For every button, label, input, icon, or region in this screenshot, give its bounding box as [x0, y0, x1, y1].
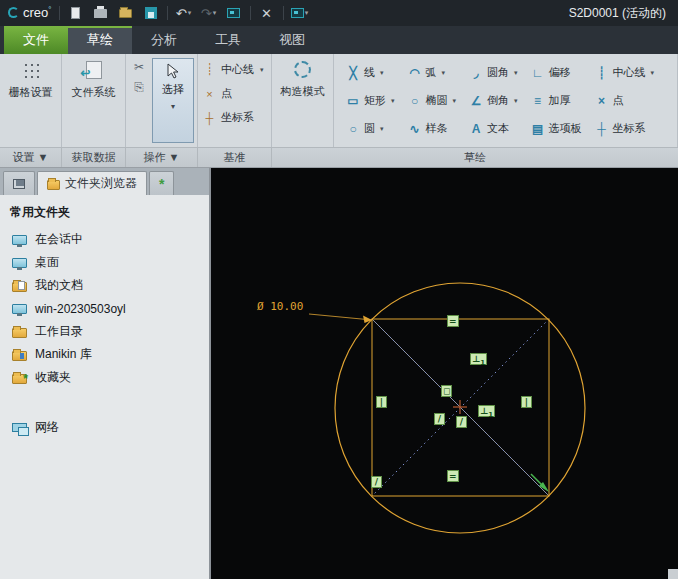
regenerate-button[interactable] — [225, 4, 243, 22]
close-icon: ✕ — [261, 6, 272, 21]
folder-item[interactable]: win-20230503oyl — [0, 297, 209, 320]
group-settings: 栅格设置 — [0, 54, 62, 147]
new-file-button[interactable] — [67, 4, 85, 22]
folder-item[interactable]: 工作目录 — [0, 320, 209, 343]
tab-analysis[interactable]: 分析 — [132, 26, 196, 54]
folder-item[interactable]: 我的文档 — [0, 274, 209, 297]
dropdown-arrow-icon[interactable]: ▾ — [260, 66, 264, 74]
tool-centerline-datum[interactable]: ┊中心线▾ — [203, 62, 266, 77]
tool-text[interactable]: A文本 — [469, 121, 518, 136]
tool-label: 文本 — [487, 121, 509, 136]
grid-settings-label: 栅格设置 — [9, 85, 53, 100]
undo-button[interactable]: ↶▾ — [175, 4, 193, 22]
tool-fillet[interactable]: ◞圆角▾ — [469, 65, 518, 80]
rectangle-icon: ▭ — [346, 94, 360, 108]
constraint-badge[interactable]: ⊥1 — [470, 353, 487, 365]
tool-point[interactable]: ×点 — [595, 93, 655, 108]
folder-item[interactable]: 桌面 — [0, 251, 209, 274]
folder-item-label: 在会话中 — [35, 231, 83, 248]
point-datum-icon: × — [203, 88, 216, 100]
folder-item[interactable]: Manikin 库 — [0, 343, 209, 366]
graphics-area[interactable]: Ø 10.00 =⊥1||◻//⊥1=/ — [213, 168, 678, 579]
tool-palette[interactable]: ▤选项板 — [531, 121, 582, 136]
tool-chamfer[interactable]: ∠倒角▾ — [469, 93, 518, 108]
copy-button[interactable]: ⎘ — [134, 80, 144, 94]
constraint-badge[interactable]: = — [447, 315, 459, 327]
tool-rectangle[interactable]: ▭矩形▾ — [346, 93, 395, 108]
constraint-badge[interactable]: / — [434, 413, 445, 425]
folder-item[interactable]: 网络 — [0, 416, 209, 439]
folder-item[interactable]: 收藏夹 — [0, 366, 209, 389]
file-system-button[interactable]: 文件系统 — [62, 54, 125, 147]
tool-arc[interactable]: ◠弧▾ — [408, 65, 457, 80]
creo-logo: creo° — [8, 5, 52, 20]
group-label-operations[interactable]: 操作 ▼ — [126, 148, 198, 167]
constraint-badge[interactable]: ◻ — [441, 385, 452, 397]
line-icon: ╳ — [346, 66, 360, 80]
dropdown-arrow-icon[interactable]: ▾ — [380, 125, 384, 133]
constraint-badge[interactable]: ⊥1 — [478, 405, 495, 417]
dropdown-arrow-icon[interactable]: ▾ — [453, 97, 457, 105]
tab-model-tree[interactable] — [3, 171, 35, 195]
dropdown-arrow-icon[interactable]: ▾ — [380, 69, 384, 77]
ribbon-groups: 栅格设置 文件系统 ✂ ⎘ — [0, 54, 678, 147]
dropdown-arrow-icon[interactable]: ▾ — [514, 97, 518, 105]
cut-button[interactable]: ✂ — [134, 60, 144, 74]
tool-ellipse[interactable]: ○椭圆▾ — [408, 93, 457, 108]
close-window-button[interactable]: ✕ — [258, 4, 276, 22]
redo-button[interactable]: ↷▾ — [200, 4, 218, 22]
library-folder-icon — [12, 351, 27, 361]
tool-spline[interactable]: ∿样条 — [408, 121, 457, 136]
constraint-badge[interactable]: = — [447, 470, 459, 482]
grid-icon — [22, 61, 40, 79]
tool-label: 圆角 — [487, 65, 509, 80]
redo-dropdown-icon[interactable]: ▾ — [213, 9, 217, 17]
window-icon — [291, 8, 304, 18]
tab-favorites[interactable]: * — [149, 171, 174, 195]
tool-label: 矩形 — [364, 93, 386, 108]
constraint-badge[interactable]: / — [371, 476, 382, 488]
tab-file[interactable]: 文件 — [4, 26, 68, 54]
print-button[interactable] — [92, 4, 110, 22]
tool-offset[interactable]: ∟偏移 — [531, 65, 582, 80]
windows-dropdown-icon[interactable]: ▾ — [305, 9, 309, 17]
construction-mode-icon — [294, 61, 311, 78]
dropdown-arrow-icon[interactable]: ▾ — [391, 97, 395, 105]
windows-button[interactable]: ▾ — [291, 4, 309, 22]
open-button[interactable] — [117, 4, 135, 22]
construction-mode-button[interactable]: 构造模式 — [272, 54, 333, 147]
constraint-badge[interactable]: / — [456, 416, 467, 428]
tool-thicken[interactable]: ≡加厚 — [531, 93, 582, 108]
group-sketch-tools: ╳线▾◠弧▾◞圆角▾∟偏移┊中心线▾▭矩形▾○椭圆▾∠倒角▾≡加厚×点○圆▾∿样… — [334, 54, 678, 147]
dropdown-arrow-icon[interactable]: ▾ — [442, 69, 446, 77]
tool-centerline[interactable]: ┊中心线▾ — [595, 65, 655, 80]
folder-icon — [47, 180, 60, 190]
thicken-icon: ≡ — [531, 94, 545, 108]
tab-view[interactable]: 视图 — [260, 26, 324, 54]
tab-tools[interactable]: 工具 — [196, 26, 260, 54]
tool-label: 坐标系 — [221, 110, 254, 125]
save-button[interactable] — [142, 4, 160, 22]
tab-folder-browser[interactable]: 文件夹浏览器 — [37, 171, 147, 195]
tool-csys[interactable]: ┼坐标系 — [595, 121, 655, 136]
tool-label: 选项板 — [549, 121, 582, 136]
group-label-settings[interactable]: 设置 ▼ — [0, 148, 62, 167]
tool-line[interactable]: ╳线▾ — [346, 65, 395, 80]
constraint-badge[interactable]: | — [376, 396, 387, 408]
dropdown-arrow-icon[interactable]: ▾ — [651, 69, 655, 77]
folder-item-label: 我的文档 — [35, 277, 83, 294]
navigator-tabs: 文件夹浏览器 * — [0, 168, 209, 195]
sketch-tools-grid: ╳线▾◠弧▾◞圆角▾∟偏移┊中心线▾▭矩形▾○椭圆▾∠倒角▾≡加厚×点○圆▾∿样… — [334, 54, 677, 142]
folder-item[interactable]: 在会话中 — [0, 228, 209, 251]
select-button[interactable]: 选择 ▾ — [152, 58, 194, 143]
titlebar-separator — [167, 6, 168, 20]
dropdown-arrow-icon[interactable]: ▾ — [514, 69, 518, 77]
tool-csys-datum[interactable]: ┼坐标系 — [203, 110, 266, 125]
select-dropdown-icon[interactable]: ▾ — [171, 102, 175, 111]
undo-dropdown-icon[interactable]: ▾ — [188, 9, 192, 17]
grid-settings-button[interactable]: 栅格设置 — [0, 54, 61, 147]
tool-circle[interactable]: ○圆▾ — [346, 121, 395, 136]
tool-point-datum[interactable]: ×点 — [203, 86, 266, 101]
tab-sketch[interactable]: 草绘 — [68, 26, 132, 54]
constraint-badge[interactable]: | — [521, 396, 532, 408]
